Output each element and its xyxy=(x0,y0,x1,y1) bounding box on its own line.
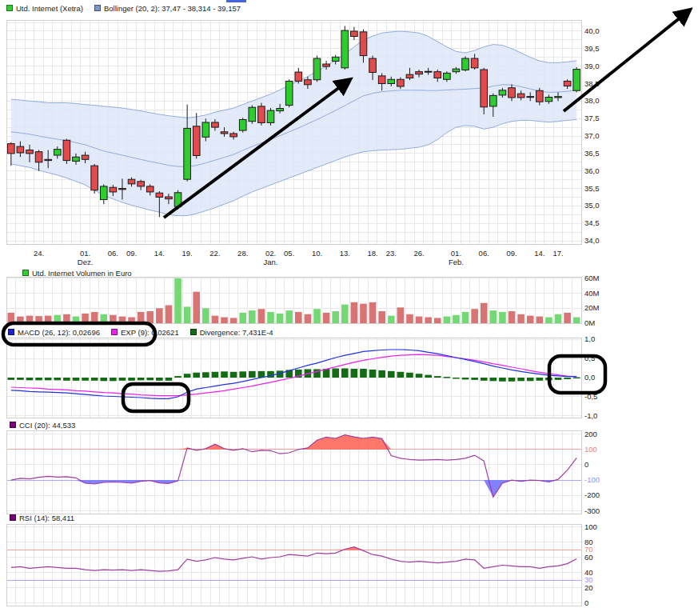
svg-text:14.: 14. xyxy=(534,249,544,258)
svg-text:39,5: 39,5 xyxy=(584,44,600,53)
svg-text:37,5: 37,5 xyxy=(584,114,600,122)
svg-text:-1,0: -1,0 xyxy=(584,411,597,420)
svg-text:38,5: 38,5 xyxy=(584,79,600,88)
svg-text:200: 200 xyxy=(584,430,597,438)
svg-text:09.: 09. xyxy=(506,249,517,258)
price-series-legend-item: Utd. Internet (Xetra) xyxy=(6,4,83,13)
svg-text:1,0: 1,0 xyxy=(584,334,595,343)
exp-legend-item: EXP (9): 0,02621 xyxy=(111,328,179,337)
svg-text:-200: -200 xyxy=(584,490,600,499)
svg-text:02.: 02. xyxy=(265,249,276,258)
svg-text:Feb.: Feb. xyxy=(449,258,464,266)
svg-text:05.: 05. xyxy=(284,249,294,258)
divergence-swatch xyxy=(190,329,197,335)
svg-text:40,0: 40,0 xyxy=(584,26,600,35)
volume-series-swatch xyxy=(22,270,29,276)
svg-text:38,0: 38,0 xyxy=(584,96,600,105)
volume-legend: Utd. Internet Volumen in Euro xyxy=(22,268,132,278)
svg-text:34,0: 34,0 xyxy=(584,236,600,245)
volume-series-label: Utd. Internet Volumen in Euro xyxy=(32,269,132,278)
cci-legend-item: CCI (20): 44,533 xyxy=(10,421,75,430)
svg-text:13.: 13. xyxy=(340,249,350,258)
svg-text:0: 0 xyxy=(584,598,588,607)
bollinger-legend-item: Bollinger (20, 2): 37,47 - 38,314 - 39,1… xyxy=(94,4,241,13)
svg-text:10.: 10. xyxy=(312,249,322,258)
svg-text:Jan.: Jan. xyxy=(264,258,278,266)
volume-series-legend-item: Utd. Internet Volumen in Euro xyxy=(22,269,132,278)
svg-text:09.: 09. xyxy=(126,249,137,258)
svg-text:19.: 19. xyxy=(182,249,193,258)
svg-text:36,0: 36,0 xyxy=(584,166,600,175)
price-legend: Utd. Internet (Xetra) Bollinger (20, 2):… xyxy=(6,3,241,13)
cci-legend: CCI (20): 44,533 xyxy=(10,420,75,430)
svg-text:20M: 20M xyxy=(584,303,600,312)
svg-text:18.: 18. xyxy=(367,249,377,258)
price-series-label: Utd. Internet (Xetra) xyxy=(16,4,83,13)
svg-text:100: 100 xyxy=(584,522,597,531)
svg-text:34,5: 34,5 xyxy=(584,218,600,227)
exp-swatch xyxy=(111,329,118,335)
svg-text:0: 0 xyxy=(584,460,588,469)
svg-text:-300: -300 xyxy=(584,506,600,515)
macd-label: MACD (26, 12): 0,02696 xyxy=(18,328,100,337)
svg-text:-0,5: -0,5 xyxy=(584,392,597,401)
svg-text:-100: -100 xyxy=(584,475,600,484)
macd-legend-item: MACD (26, 12): 0,02696 xyxy=(8,328,100,337)
svg-text:01.: 01. xyxy=(80,249,90,258)
rsi-legend-item: RSI (14): 58,411 xyxy=(10,514,74,522)
svg-text:60M: 60M xyxy=(584,274,600,282)
price-series-swatch xyxy=(6,5,13,11)
svg-text:17.: 17. xyxy=(552,249,563,258)
svg-text:28.: 28. xyxy=(237,249,248,258)
svg-text:24.: 24. xyxy=(34,249,44,258)
svg-text:23.: 23. xyxy=(386,249,397,258)
svg-text:36,5: 36,5 xyxy=(584,149,600,158)
macd-swatch xyxy=(8,329,14,335)
svg-text:0M: 0M xyxy=(584,318,595,327)
exp-label: EXP (9): 0,02621 xyxy=(121,328,179,337)
svg-text:06.: 06. xyxy=(479,249,489,258)
macd-legend: MACD (26, 12): 0,02696 EXP (9): 0,02621 … xyxy=(8,327,273,337)
svg-text:22.: 22. xyxy=(209,249,220,258)
top-edge-artifact xyxy=(226,0,246,2)
rsi-label: RSI (14): 58,411 xyxy=(19,514,74,522)
svg-text:20: 20 xyxy=(584,583,593,592)
stock-chart-application: Utd. Internet (Xetra) Bollinger (20, 2):… xyxy=(0,0,698,616)
cci-label: CCI (20): 44,533 xyxy=(19,421,75,430)
svg-text:0,0: 0,0 xyxy=(584,373,595,382)
svg-text:14.: 14. xyxy=(154,249,165,258)
svg-text:0,5: 0,5 xyxy=(584,354,595,362)
divergence-legend-item: Divergence: 7,431E-4 xyxy=(190,328,273,337)
rsi-legend: RSI (14): 58,411 xyxy=(10,513,74,522)
svg-text:35,5: 35,5 xyxy=(584,184,600,193)
svg-text:01.: 01. xyxy=(451,249,461,258)
svg-text:26.: 26. xyxy=(413,249,424,258)
svg-text:06.: 06. xyxy=(108,249,118,258)
rsi-swatch xyxy=(10,514,16,521)
svg-text:60: 60 xyxy=(584,553,593,562)
bollinger-label: Bollinger (20, 2): 37,47 - 38,314 - 39,1… xyxy=(104,4,241,13)
svg-text:35,0: 35,0 xyxy=(584,201,600,210)
bollinger-swatch xyxy=(94,5,101,11)
svg-text:100: 100 xyxy=(584,445,597,454)
svg-text:Dez.: Dez. xyxy=(78,258,94,266)
svg-text:37,0: 37,0 xyxy=(584,131,600,140)
divergence-label: Divergence: 7,431E-4 xyxy=(200,328,273,337)
svg-text:40M: 40M xyxy=(584,289,600,298)
chart-canvas[interactable]: 40,039,539,038,538,037,537,036,536,035,5… xyxy=(0,0,698,616)
svg-text:39,0: 39,0 xyxy=(584,62,600,70)
cci-swatch xyxy=(10,422,16,428)
